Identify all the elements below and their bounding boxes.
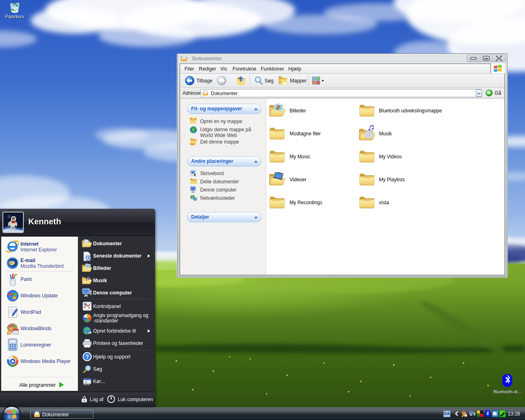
svg-text:?: ? xyxy=(85,354,89,360)
